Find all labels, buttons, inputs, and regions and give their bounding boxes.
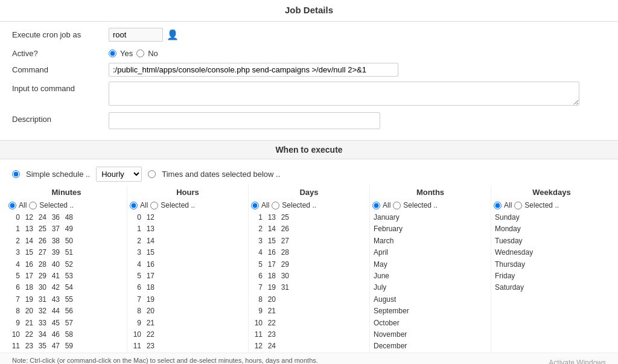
list-item[interactable]: June — [372, 270, 488, 282]
months-selected-label[interactable]: Selected .. — [403, 201, 438, 209]
list-item[interactable]: 10 — [8, 329, 22, 340]
list-item[interactable]: 25 — [35, 223, 48, 235]
list-item[interactable]: 6 — [251, 270, 264, 282]
list-item[interactable]: 58 — [62, 329, 75, 340]
months-all-radio[interactable] — [372, 202, 380, 209]
list-item[interactable]: 12 — [22, 212, 35, 223]
list-item[interactable]: 15 — [143, 247, 156, 258]
list-item[interactable]: 18 — [264, 270, 278, 282]
list-item[interactable]: Saturday — [494, 282, 610, 293]
list-item[interactable]: 29 — [278, 259, 291, 270]
list-item[interactable]: 39 — [48, 247, 62, 258]
list-item[interactable]: 20 — [22, 305, 35, 317]
list-item[interactable]: 8 — [8, 305, 22, 317]
list-item[interactable]: 12 — [251, 340, 264, 352]
list-item[interactable]: 54 — [62, 282, 75, 293]
minutes-selected-label[interactable]: Selected .. — [39, 201, 74, 209]
list-item[interactable]: 55 — [62, 294, 75, 305]
list-item[interactable]: 21 — [22, 318, 35, 329]
list-item[interactable]: 17 — [22, 270, 35, 282]
list-item[interactable]: 2 — [8, 235, 22, 247]
list-item[interactable]: 5 — [251, 259, 264, 270]
list-item[interactable]: 28 — [35, 259, 48, 270]
list-item[interactable]: Sunday — [494, 212, 610, 223]
list-item[interactable]: 23 — [22, 340, 35, 352]
list-item[interactable]: 20 — [264, 294, 278, 305]
list-item[interactable]: 31 — [278, 282, 291, 293]
list-item[interactable]: 22 — [143, 329, 156, 340]
list-item[interactable]: 42 — [48, 282, 62, 293]
list-item[interactable]: 10 — [130, 329, 143, 340]
list-item[interactable]: 11 — [8, 340, 22, 352]
list-item[interactable]: 2 — [130, 235, 143, 247]
active-no-radio[interactable] — [136, 49, 144, 57]
minutes-all-radio[interactable] — [8, 202, 16, 209]
list-item[interactable]: 18 — [22, 282, 35, 293]
times-dates-radio[interactable] — [148, 170, 156, 178]
list-item[interactable]: 29 — [35, 270, 48, 282]
list-item[interactable]: 7 — [8, 294, 22, 305]
list-item[interactable]: 51 — [62, 247, 75, 258]
days-selected-label[interactable]: Selected .. — [282, 201, 316, 209]
list-item[interactable]: 46 — [48, 329, 62, 340]
list-item[interactable]: 30 — [278, 270, 291, 282]
list-item[interactable]: 28 — [278, 247, 291, 258]
list-item[interactable]: 35 — [35, 340, 48, 352]
list-item[interactable]: October — [372, 318, 488, 329]
schedule-dropdown[interactable]: Hourly Daily Weekly Monthly — [96, 167, 142, 182]
list-item[interactable]: May — [372, 259, 488, 270]
list-item[interactable]: 40 — [48, 259, 62, 270]
list-item[interactable]: March — [372, 235, 488, 247]
list-item[interactable]: 17 — [264, 259, 278, 270]
list-item[interactable]: 50 — [62, 235, 75, 247]
list-item[interactable]: 15 — [22, 247, 35, 258]
weekdays-selected-radio[interactable] — [514, 202, 522, 209]
list-item[interactable]: 49 — [62, 223, 75, 235]
command-input[interactable] — [109, 63, 398, 77]
list-item[interactable]: 1 — [251, 212, 264, 223]
list-item[interactable]: 19 — [264, 282, 278, 293]
list-item[interactable]: September — [372, 305, 488, 317]
list-item[interactable]: 0 — [130, 212, 143, 223]
list-item[interactable]: 17 — [143, 270, 156, 282]
list-item[interactable]: 3 — [8, 247, 22, 258]
list-item[interactable]: 1 — [130, 223, 143, 235]
list-item[interactable]: 14 — [22, 235, 35, 247]
list-item[interactable]: November — [372, 329, 488, 340]
list-item[interactable]: Tuesday — [494, 235, 610, 247]
list-item[interactable]: 32 — [35, 305, 48, 317]
list-item[interactable]: Thursday — [494, 259, 610, 270]
list-item[interactable]: 56 — [62, 305, 75, 317]
list-item[interactable]: 16 — [22, 259, 35, 270]
simple-schedule-label[interactable]: Simple schedule .. — [26, 170, 90, 179]
list-item[interactable]: 24 — [35, 212, 48, 223]
list-item[interactable]: January — [372, 212, 488, 223]
execute-input[interactable] — [109, 28, 163, 42]
hours-all-radio[interactable] — [130, 202, 138, 209]
active-no-label[interactable]: No — [148, 49, 158, 58]
list-item[interactable]: 4 — [8, 259, 22, 270]
list-item[interactable]: 1 — [8, 223, 22, 235]
list-item[interactable]: 7 — [130, 294, 143, 305]
list-item[interactable]: Wednesday — [494, 247, 610, 258]
weekdays-selected-label[interactable]: Selected .. — [524, 201, 559, 209]
list-item[interactable]: 13 — [264, 212, 278, 223]
list-item[interactable]: 14 — [264, 223, 278, 235]
months-selected-radio[interactable] — [393, 202, 401, 209]
list-item[interactable]: 8 — [130, 305, 143, 317]
list-item[interactable]: 4 — [251, 247, 264, 258]
list-item[interactable]: 8 — [251, 294, 264, 305]
list-item[interactable]: 57 — [62, 318, 75, 329]
list-item[interactable]: 37 — [48, 223, 62, 235]
list-item[interactable]: 16 — [143, 259, 156, 270]
list-item[interactable]: 27 — [278, 235, 291, 247]
list-item[interactable]: 15 — [264, 235, 278, 247]
minutes-all-label[interactable]: All — [19, 201, 27, 209]
list-item[interactable]: 23 — [143, 340, 156, 352]
list-item[interactable]: 18 — [143, 282, 156, 293]
list-item[interactable]: 5 — [8, 270, 22, 282]
hours-selected-label[interactable]: Selected .. — [161, 201, 195, 209]
list-item[interactable]: 6 — [130, 282, 143, 293]
hours-selected-radio[interactable] — [150, 202, 158, 209]
list-item[interactable]: 16 — [264, 247, 278, 258]
